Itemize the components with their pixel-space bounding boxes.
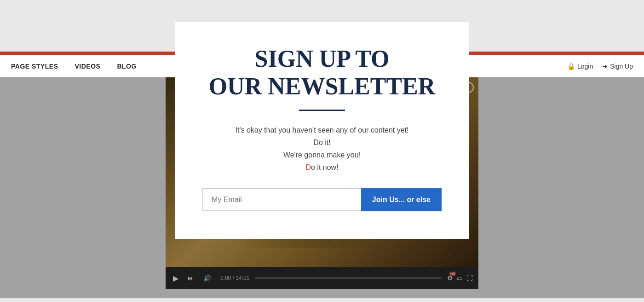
- modal-body-line4-suffix: o it now!: [311, 163, 339, 171]
- nav-item-page-styles[interactable]: PAGE STYLES: [11, 63, 58, 70]
- signup-icon: ➜: [602, 63, 608, 70]
- email-input[interactable]: [202, 188, 361, 211]
- nav-item-blog[interactable]: BLOG: [117, 63, 136, 70]
- signup-label: Sign Up: [610, 63, 633, 70]
- modal-title: SIGN UP TO OUR NEWSLETTER: [202, 45, 442, 100]
- modal-body: It's okay that you haven't seen any of o…: [202, 124, 442, 174]
- nav-left: PAGE STYLES VIDEOS BLOG: [11, 63, 137, 70]
- modal-form: Join Us... or else: [202, 188, 442, 211]
- modal-body-line3: We're gonna make you!: [283, 151, 361, 159]
- signup-button[interactable]: ➜ Sign Up: [602, 63, 633, 70]
- modal-title-line1: SIGN UP TO: [255, 46, 390, 72]
- join-button[interactable]: Join Us... or else: [361, 188, 442, 211]
- login-label: Login: [577, 63, 593, 70]
- modal-overlay: SIGN UP TO OUR NEWSLETTER It's okay that…: [0, 77, 644, 298]
- modal-divider: [299, 110, 345, 111]
- modal-body-line1: It's okay that you haven't seen any of o…: [235, 126, 408, 134]
- modal-title-line2: OUR NEWSLETTER: [209, 73, 436, 99]
- lock-icon: 🔒: [567, 63, 575, 70]
- login-button[interactable]: 🔒 Login: [567, 63, 593, 70]
- nav-item-videos[interactable]: VIDEOS: [75, 63, 100, 70]
- modal-body-line4-prefix: D: [305, 163, 311, 171]
- newsletter-modal: SIGN UP TO OUR NEWSLETTER It's okay that…: [175, 22, 469, 239]
- main-content: i ▶ ⏭ 🔊 0:00 / 14:01 ⚙ HD ▭ ⛶ SIGN UP TO…: [0, 77, 644, 298]
- modal-body-line2: Do it!: [313, 139, 330, 146]
- nav-right: 🔒 Login ➜ Sign Up: [567, 63, 633, 70]
